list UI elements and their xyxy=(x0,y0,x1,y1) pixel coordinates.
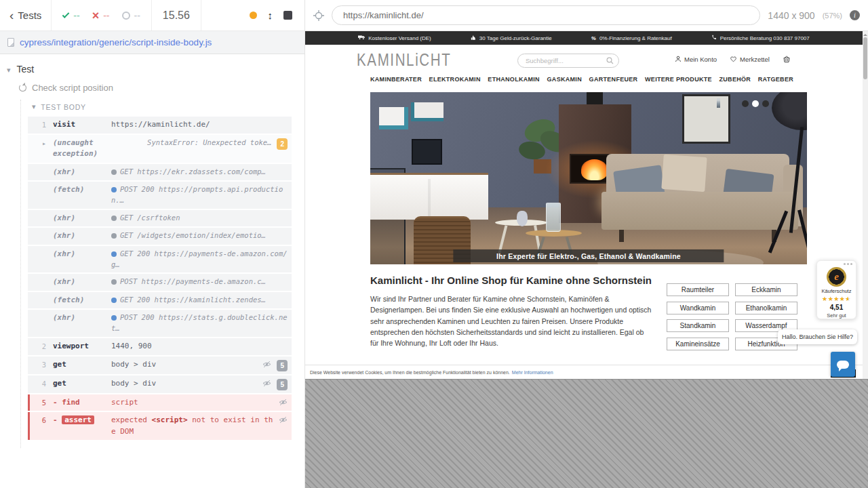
command-method: viewport xyxy=(53,341,106,352)
category-button[interactable]: Raumteiler xyxy=(667,283,729,296)
command-row[interactable]: 4getbody > div5 xyxy=(28,375,292,393)
command-row[interactable]: (xhr)GET https://ekr.zdassets.com/comp… xyxy=(28,164,292,181)
expander-caret-icon xyxy=(30,138,46,149)
command-row[interactable]: 1visithttps://kaminlicht.de/ xyxy=(28,117,292,134)
carousel-dot[interactable] xyxy=(762,100,769,107)
search-icon[interactable] xyxy=(606,57,614,64)
site-scrollbar[interactable] xyxy=(863,31,868,379)
command-number xyxy=(30,230,46,231)
test-body-section: TEST BODY 1visithttps://kaminlicht.de/(u… xyxy=(20,100,304,448)
command-message: GET /widgets/emotion/index/emotio… xyxy=(111,230,288,241)
command-row[interactable]: (fetch)GET 200 https://kaminlicht.zendes… xyxy=(28,292,292,309)
nav-item[interactable]: KAMINBERATER xyxy=(370,76,422,83)
percent-icon: % xyxy=(591,35,596,41)
viewport-size-label: 1440 x 900 xyxy=(768,10,814,21)
nav-item[interactable]: ETHANOLKAMIN xyxy=(488,76,540,83)
floor-lamp xyxy=(772,92,807,130)
nav-item[interactable]: ELEKTROKAMIN xyxy=(429,76,481,83)
duration-label: 15.56 xyxy=(152,0,201,30)
overflow-menu-icon[interactable] xyxy=(850,263,852,265)
command-row[interactable]: (xhr)GET 200 https://payments-de.amazon.… xyxy=(28,246,292,273)
command-number xyxy=(30,295,46,296)
site-topbar: Kostenloser Versand (DE)30 Tage Geld-zur… xyxy=(305,31,863,45)
command-message: GET /csrftoken xyxy=(111,213,288,224)
speech-bubble-icon xyxy=(837,361,849,369)
back-to-tests-button[interactable]: ‹ Tests xyxy=(9,9,41,22)
cookie-text: Diese Website verwendet Cookies, um Ihne… xyxy=(310,370,510,375)
trust-title: Käuferschutz xyxy=(817,288,856,294)
browser-header: 1440 x 900 (57%) i xyxy=(305,0,868,31)
account-link[interactable]: Mein Konto xyxy=(675,56,717,63)
site-logo[interactable]: KAMINLiCHT xyxy=(357,50,451,70)
category-button[interactable]: Ethanolkamin xyxy=(735,302,797,314)
search-input[interactable] xyxy=(517,54,619,68)
scroll-up-arrow-icon[interactable] xyxy=(863,32,867,36)
blanket xyxy=(662,155,708,192)
check-icon xyxy=(62,11,70,18)
command-method: (fetch) xyxy=(53,295,106,306)
category-button[interactable]: Eckkamin xyxy=(735,283,797,296)
topbar-item: Kostenloser Versand (DE) xyxy=(358,35,431,41)
command-number xyxy=(30,277,46,277)
command-message: script xyxy=(111,397,273,409)
cart-button[interactable] xyxy=(783,55,791,63)
command-row-failed[interactable]: 5- findscript xyxy=(28,394,292,411)
command-row-failed[interactable]: 6- assertexpected <script> not to exist … xyxy=(28,412,292,440)
trusted-shops-widget[interactable]: e Käuferschutz ★★★★★★★★★★ 4,51 Sehr gut xyxy=(816,260,856,319)
test-row[interactable]: Check script position xyxy=(19,83,304,93)
nav-item[interactable]: ZUBEHÖR xyxy=(719,76,751,83)
command-message: GET https://ekr.zdassets.com/comp… xyxy=(111,167,288,178)
command-row[interactable]: (xhr)POST https://payments-de.amazon.c… xyxy=(28,274,292,291)
command-method: (xhr) xyxy=(53,277,106,288)
suite-row[interactable]: Test xyxy=(7,64,304,75)
spec-path-link[interactable]: cypress/integration/generic/script-insid… xyxy=(20,37,212,47)
test-body-header[interactable]: TEST BODY xyxy=(21,100,304,117)
collapse-caret-icon[interactable] xyxy=(7,64,11,75)
command-message: POST 200 https://stats.g.doubleclick.net… xyxy=(111,312,288,334)
site-viewport: Kostenloser Versand (DE)30 Tage Geld-zur… xyxy=(305,31,863,379)
command-row[interactable]: (xhr)GET /widgets/emotion/index/emotio… xyxy=(28,228,292,245)
category-button[interactable]: Kamineinsätze xyxy=(667,338,729,350)
command-message: GET 200 https://payments-de.amazon.com/g… xyxy=(111,249,288,270)
topbar-item: 30 Tage Geld-zurück-Garantie xyxy=(471,35,552,42)
category-button[interactable]: Standkamin xyxy=(667,319,729,332)
auto-scroll-toggle[interactable]: ↕ xyxy=(268,9,273,21)
command-list: 1visithttps://kaminlicht.de/(uncaught ex… xyxy=(28,117,292,440)
nav-item[interactable]: GASKAMIN xyxy=(547,76,582,83)
command-row[interactable]: (fetch)POST 200 https://prompts.api.prod… xyxy=(28,182,292,209)
count-badge: 5 xyxy=(277,379,288,390)
command-row[interactable]: 3getbody > div5 xyxy=(28,357,292,374)
category-button[interactable]: Wandkamin xyxy=(667,302,729,314)
wishlist-link[interactable]: Merkzettel xyxy=(730,56,770,63)
command-row[interactable]: (xhr)GET /csrftoken xyxy=(28,210,292,227)
carousel-dot[interactable] xyxy=(752,100,759,107)
url-input[interactable] xyxy=(332,5,760,25)
cookie-banner: Diese Website verwendet Cookies, um Ihne… xyxy=(305,365,863,379)
failed-count: ×-- xyxy=(92,9,110,22)
request-status-dot xyxy=(111,187,117,192)
x-icon: × xyxy=(92,9,100,22)
command-row[interactable]: (xhr)POST 200 https://stats.g.doubleclic… xyxy=(28,310,292,337)
hidden-eye-icon xyxy=(262,361,271,368)
command-number xyxy=(30,312,46,313)
command-message: POST 200 https://prompts.api.production.… xyxy=(111,184,288,206)
carousel-dots xyxy=(742,100,769,107)
star-icon: ★★ xyxy=(845,296,851,302)
cookie-info-link[interactable]: Mehr Informationen xyxy=(512,370,553,375)
spec-bar: cypress/integration/generic/script-insid… xyxy=(0,31,304,54)
command-row[interactable]: (uncaught exception)SyntaxError: Unexpec… xyxy=(28,135,292,163)
command-message: body > div xyxy=(111,359,257,371)
command-row[interactable]: 2viewport1440, 900 xyxy=(28,338,292,355)
nav-item[interactable]: GARTENFEUER xyxy=(589,76,638,83)
hidden-eye-icon xyxy=(279,399,288,406)
scrollbar-thumb[interactable] xyxy=(863,37,867,79)
selector-playground-icon[interactable] xyxy=(313,10,324,21)
chat-button[interactable] xyxy=(831,352,855,377)
info-icon[interactable]: i xyxy=(850,10,860,20)
nav-item[interactable]: WEITERE PRODUKTE xyxy=(645,76,712,83)
request-status-dot xyxy=(111,315,117,321)
carousel-dot[interactable] xyxy=(742,100,749,107)
nav-item[interactable]: RATGEBER xyxy=(758,76,793,83)
stop-button[interactable] xyxy=(283,11,292,20)
star-icon: ★★ xyxy=(822,296,828,302)
